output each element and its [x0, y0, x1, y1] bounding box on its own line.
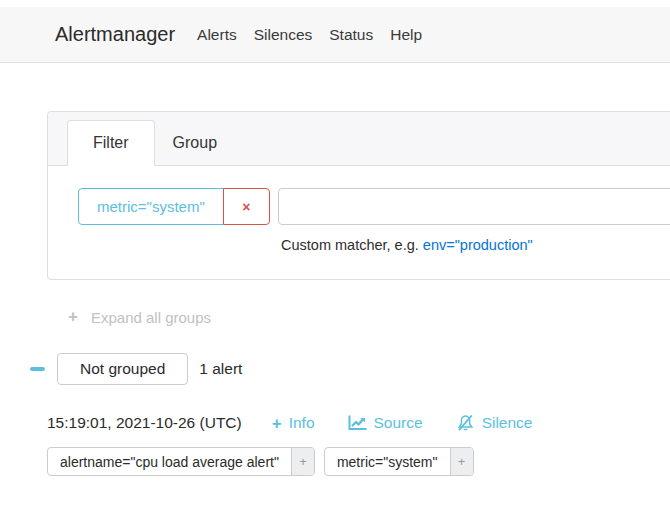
custom-matcher-helper: Custom matcher, e.g. env="production" — [281, 237, 670, 253]
group-header: Not grouped 1 alert — [30, 353, 670, 385]
add-to-filter-icon[interactable]: + — [450, 448, 473, 475]
bell-slash-icon — [456, 414, 475, 432]
filter-card-body: metric="system" × Custom matcher, e.g. e… — [48, 166, 670, 279]
minus-icon — [30, 367, 45, 371]
label-chip: metric="system" + — [324, 447, 474, 476]
nav-link-status[interactable]: Status — [329, 26, 373, 44]
tab-group[interactable]: Group — [155, 121, 235, 165]
alert-source-link[interactable]: Source — [348, 414, 423, 432]
x-remove-icon[interactable]: × — [223, 188, 270, 225]
alert-silence-button[interactable]: Silence — [456, 414, 533, 432]
nav-link-help[interactable]: Help — [390, 26, 422, 44]
alert-info-label: Info — [289, 414, 315, 432]
alert-labels: alertname="cpu load average alert" + met… — [47, 447, 670, 476]
tab-filter[interactable]: Filter — [67, 120, 155, 166]
alert-count: 1 alert — [199, 360, 242, 378]
label-chip: alertname="cpu load average alert" + — [47, 447, 315, 476]
label-text: alertname="cpu load average alert" — [48, 448, 291, 475]
app-brand[interactable]: Alertmanager — [55, 23, 175, 46]
nav-link-alerts[interactable]: Alerts — [197, 26, 237, 44]
expand-all-groups-label: Expand all groups — [91, 309, 211, 326]
nav-link-silences[interactable]: Silences — [254, 26, 313, 44]
alert-info-button[interactable]: + Info — [272, 414, 315, 432]
matcher-chip-text: metric="system" — [78, 188, 224, 225]
matcher-chip: metric="system" × — [78, 188, 270, 225]
expand-all-groups-button[interactable]: + Expand all groups — [68, 307, 211, 327]
filter-card: Filter Group metric="system" × Custom ma… — [47, 111, 670, 280]
group-name-button[interactable]: Not grouped — [57, 353, 188, 385]
helper-text: Custom matcher, e.g. — [281, 237, 419, 253]
alert-header: 15:19:01, 2021-10-26 (UTC) + Info Source… — [47, 414, 670, 432]
plus-icon: + — [68, 307, 78, 327]
add-to-filter-icon[interactable]: + — [291, 448, 314, 475]
alert-source-label: Source — [374, 414, 423, 432]
plus-icon: + — [272, 415, 282, 432]
alert-timestamp: 15:19:01, 2021-10-26 (UTC) — [47, 414, 242, 432]
label-text: metric="system" — [325, 448, 450, 475]
chart-line-icon — [348, 415, 367, 431]
helper-example-link[interactable]: env="production" — [423, 237, 533, 253]
navbar: Alertmanager Alerts Silences Status Help — [0, 7, 670, 63]
alert-silence-label: Silence — [482, 414, 533, 432]
collapse-group-button[interactable] — [30, 361, 45, 377]
filter-card-tabs: Filter Group — [48, 112, 670, 166]
custom-matcher-input[interactable] — [278, 188, 670, 225]
